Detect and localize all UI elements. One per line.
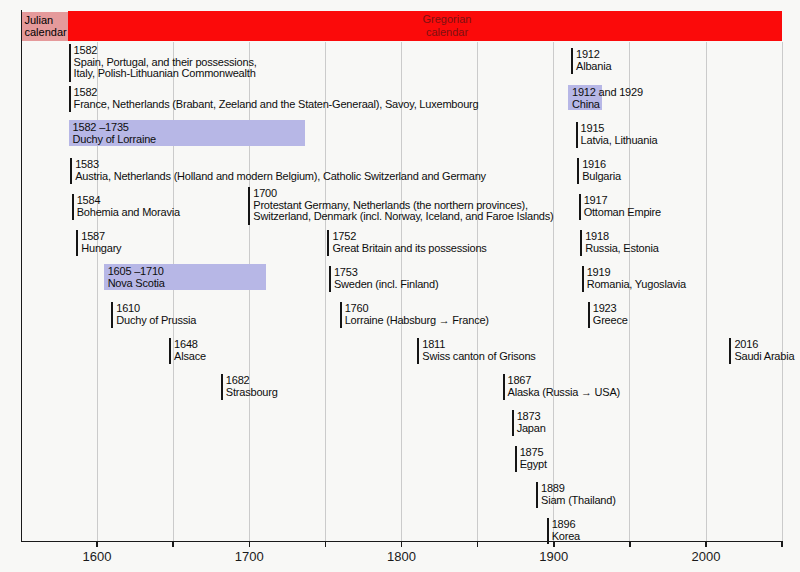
axis-label-1900: 1900 (532, 549, 576, 564)
axis-tick-1650 (172, 541, 174, 547)
axis-tick-1850 (477, 541, 479, 547)
axis-label-1700: 1700 (227, 549, 271, 564)
axis-tick-1600 (96, 541, 98, 547)
axis-label-1600: 1600 (75, 549, 119, 564)
x-axis-layer: 16001700180019002000 (0, 0, 800, 572)
axis-tick-1900 (553, 541, 555, 547)
axis-tick-2050 (781, 541, 783, 547)
axis-tick-1800 (401, 541, 403, 547)
axis-tick-1750 (325, 541, 327, 547)
axis-label-2000: 2000 (684, 549, 728, 564)
gregorian-adoption-timeline: Julian calendar Gregorian calendar 1582S… (0, 0, 800, 572)
axis-tick-1950 (629, 541, 631, 547)
axis-tick-2000 (705, 541, 707, 547)
axis-tick-1700 (249, 541, 251, 547)
axis-label-1800: 1800 (380, 549, 424, 564)
